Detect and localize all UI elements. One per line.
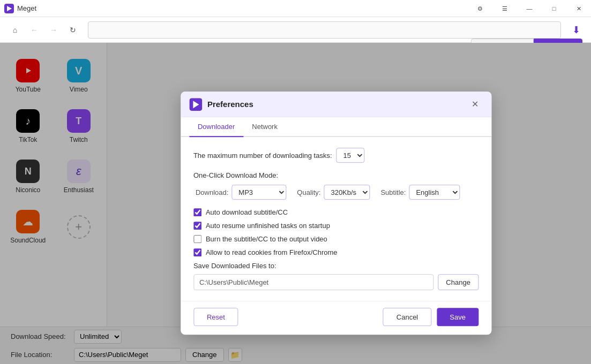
- subtitle-label: Subtitle:: [380, 188, 406, 196]
- refresh-button[interactable]: ↻: [64, 21, 81, 39]
- save-location-label: Save Downloaded Files to:: [193, 262, 478, 270]
- checkbox-row-0: Auto download subtitle/CC: [193, 208, 478, 216]
- checkbox-auto-subtitle[interactable]: [193, 208, 201, 216]
- checkbox-auto-resume[interactable]: [193, 222, 201, 230]
- download-label: Download:: [196, 188, 228, 196]
- quality-label: Quality:: [297, 188, 320, 196]
- checkbox-label-0: Auto download subtitle/CC: [206, 208, 288, 216]
- dialog-close-button[interactable]: ✕: [468, 97, 483, 112]
- one-click-section: One-Click Download Mode: Download: MP3 M…: [193, 171, 478, 200]
- checkbox-label-1: Auto resume unfinished tasks on startup: [206, 222, 330, 230]
- app-icon: [4, 4, 14, 13]
- dialog-tabs: Downloader Network: [181, 117, 491, 137]
- dialog-app-icon: [189, 98, 202, 111]
- checkbox-row-2: Burn the subtitle/CC to the output video: [193, 235, 478, 243]
- save-path-input[interactable]: [193, 274, 433, 290]
- max-tasks-row: The maximum number of downloading tasks:…: [193, 148, 478, 163]
- download-field: Download: MP3 MP4 MKV WEBM Audio Only: [196, 185, 286, 200]
- tab-downloader[interactable]: Downloader: [189, 117, 243, 137]
- checkbox-burn-subtitle[interactable]: [193, 235, 201, 243]
- maximize-button[interactable]: □: [542, 0, 566, 17]
- home-button[interactable]: ⌂: [6, 21, 24, 39]
- main-content: YouTube V Vimeo ♪ TikTok T Twitch N Nico…: [0, 43, 591, 364]
- save-location-row: Change: [193, 274, 478, 290]
- checkbox-label-3: Allow to read cookies from Firefox/Chrom…: [206, 248, 338, 256]
- download-format-select[interactable]: MP3 MP4 MKV WEBM Audio Only: [231, 185, 286, 200]
- app-title: Meget: [17, 4, 36, 12]
- save-button[interactable]: Save: [437, 308, 478, 326]
- subtitle-field: Subtitle: English Chinese Japanese Korea…: [380, 185, 460, 200]
- settings-button[interactable]: ⚙: [468, 0, 492, 17]
- tab-network[interactable]: Network: [243, 117, 286, 137]
- footer-right-buttons: Cancel Save: [383, 308, 478, 326]
- max-tasks-select[interactable]: 5 10 15 20 25: [336, 148, 365, 163]
- nav-bar: ⌂ ← → ↻ ⬇ Downloading Finished: [0, 17, 591, 43]
- menu-button[interactable]: ☰: [492, 0, 517, 17]
- max-tasks-label: The maximum number of downloading tasks:: [193, 151, 332, 160]
- close-button[interactable]: ✕: [566, 0, 591, 17]
- forward-button[interactable]: →: [45, 21, 62, 39]
- save-path-change-button[interactable]: Change: [438, 274, 478, 290]
- checkbox-cookies[interactable]: [193, 248, 201, 256]
- reset-button[interactable]: Reset: [193, 308, 238, 326]
- one-click-row: Download: MP3 MP4 MKV WEBM Audio Only Qu…: [193, 185, 478, 200]
- window-controls: ⚙ ☰ — □ ✕: [468, 0, 591, 17]
- dialog-footer: Reset Cancel Save: [181, 301, 491, 335]
- title-bar: Meget ⚙ ☰ — □ ✕: [0, 0, 591, 17]
- preferences-dialog: Preferences ✕ Downloader Network The max…: [181, 92, 491, 335]
- minimize-button[interactable]: —: [517, 0, 542, 17]
- dialog-body: The maximum number of downloading tasks:…: [181, 137, 491, 301]
- quality-field: Quality: 128Kb/s 192Kb/s 320Kb/s Best: [297, 185, 370, 200]
- dialog-title: Preferences: [207, 100, 462, 109]
- quality-select[interactable]: 128Kb/s 192Kb/s 320Kb/s Best: [324, 185, 370, 200]
- one-click-label: One-Click Download Mode:: [193, 171, 478, 179]
- back-button[interactable]: ←: [26, 21, 43, 39]
- checkbox-row-3: Allow to read cookies from Firefox/Chrom…: [193, 248, 478, 256]
- subtitle-select[interactable]: English Chinese Japanese Korean Spanish: [409, 185, 460, 200]
- checkbox-label-2: Burn the subtitle/CC to the output video: [206, 235, 327, 243]
- dialog-header: Preferences ✕: [181, 92, 491, 117]
- cancel-button[interactable]: Cancel: [383, 308, 431, 326]
- checkbox-row-1: Auto resume unfinished tasks on startup: [193, 222, 478, 230]
